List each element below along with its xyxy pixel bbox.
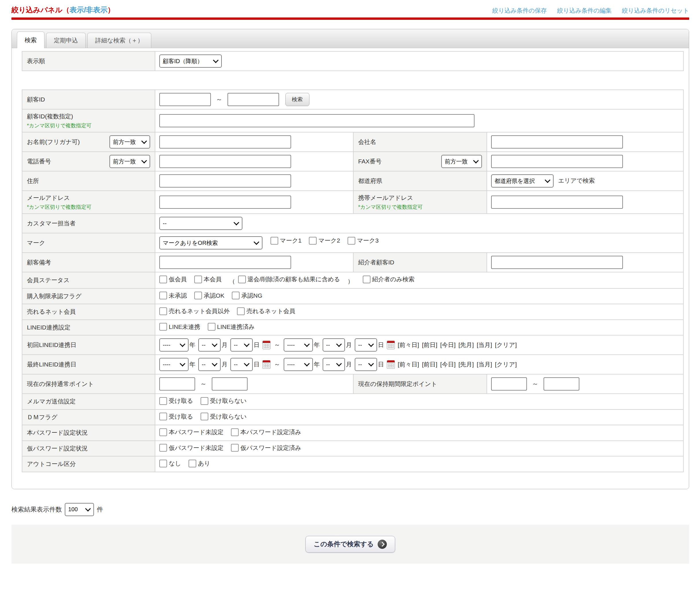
mailmag-receive-checkbox[interactable]: 受け取る bbox=[159, 397, 193, 405]
mark-mode-select[interactable]: マークありをOR検索 bbox=[159, 236, 262, 249]
last-to-day-select[interactable]: -- bbox=[355, 358, 377, 371]
last-to-month-select[interactable]: -- bbox=[323, 358, 345, 371]
first-to-day-select[interactable]: -- bbox=[355, 338, 377, 352]
name-input[interactable] bbox=[159, 135, 291, 148]
fax-input[interactable] bbox=[491, 155, 623, 168]
tab-detail-search[interactable]: 詳細な検索（＋） bbox=[88, 33, 151, 48]
address-input[interactable] bbox=[159, 174, 291, 188]
ureru-member-checkbox[interactable]: 売れるネット会員 bbox=[237, 307, 295, 315]
points-from-input[interactable] bbox=[159, 377, 195, 390]
company-label: 会社名 bbox=[358, 139, 376, 145]
customer-id-multi-input[interactable] bbox=[159, 114, 475, 127]
red-divider bbox=[11, 18, 689, 20]
chevron-down-icon bbox=[85, 506, 91, 511]
fax-match-select[interactable]: 前方一致 bbox=[441, 155, 482, 168]
row-customer-id-multi: 顧客ID(複数指定) *カンマ区切りで複数指定可 bbox=[22, 109, 683, 132]
line-linked-checkbox[interactable]: LINE連携済み bbox=[208, 323, 255, 331]
this-month-link[interactable]: [当月] bbox=[477, 360, 492, 368]
calendar-icon[interactable] bbox=[262, 360, 271, 369]
last-from-month-select[interactable]: -- bbox=[198, 358, 221, 371]
outcall-yes-checkbox[interactable]: あり bbox=[189, 459, 210, 468]
approval-label: 購入制限承認フラグ bbox=[27, 293, 81, 300]
day-before-yesterday-link[interactable]: [前々日] bbox=[398, 360, 419, 368]
clear-link[interactable]: [クリア] bbox=[495, 341, 517, 349]
chevron-down-icon bbox=[336, 361, 342, 366]
prefecture-select[interactable]: 都道府県を選択 bbox=[491, 174, 554, 188]
customer-id-search-button[interactable]: 検索 bbox=[285, 93, 309, 106]
first-from-day-select[interactable]: -- bbox=[230, 338, 253, 352]
reset-filter-link[interactable]: 絞り込み条件のリセット bbox=[622, 7, 689, 14]
last-to-year-select[interactable]: ---- bbox=[284, 358, 313, 371]
full-member-checkbox[interactable]: 本会員 bbox=[194, 275, 222, 283]
calendar-icon[interactable] bbox=[387, 360, 395, 369]
tab-teiki-moushikomi[interactable]: 定期申込 bbox=[46, 33, 86, 48]
unapproved-checkbox[interactable]: 未承認 bbox=[159, 292, 187, 300]
today-link[interactable]: [今日] bbox=[440, 341, 456, 349]
mark3-checkbox[interactable]: マーク3 bbox=[348, 237, 379, 245]
points-to-input[interactable] bbox=[212, 377, 248, 390]
row-line-first-date: 初回LINEID連携日 ----年 --月 --日 ～ ----年 --月 --… bbox=[22, 335, 683, 355]
staff-select[interactable]: -- bbox=[159, 217, 243, 230]
calendar-icon[interactable] bbox=[387, 341, 395, 349]
referrer-only-checkbox[interactable]: 紹介者のみ検索 bbox=[363, 275, 415, 283]
mark1-checkbox[interactable]: マーク1 bbox=[271, 237, 302, 245]
temp-pw-set-checkbox[interactable]: 仮パスワード設定済み bbox=[231, 444, 301, 452]
approval-ok-checkbox[interactable]: 承認OK bbox=[194, 292, 224, 300]
outcall-none-checkbox[interactable]: なし bbox=[159, 459, 181, 468]
dm-receive-checkbox[interactable]: 受け取る bbox=[159, 413, 193, 421]
approval-ng-checkbox[interactable]: 承認NG bbox=[232, 292, 262, 300]
checkbox-icon bbox=[159, 307, 167, 315]
withdrawn-included-checkbox[interactable]: 退会/削除済の顧客も結果に含める bbox=[238, 275, 340, 283]
last-from-year-select[interactable]: ---- bbox=[159, 358, 189, 371]
day-before-yesterday-link[interactable]: [前々日] bbox=[398, 341, 419, 349]
line-unlinked-checkbox[interactable]: LINE未連携 bbox=[159, 323, 200, 331]
mailmag-not-receive-checkbox[interactable]: 受け取らない bbox=[201, 397, 247, 405]
dm-not-receive-checkbox[interactable]: 受け取らない bbox=[201, 413, 247, 421]
last-month-link[interactable]: [先月] bbox=[458, 341, 474, 349]
sort-order-select[interactable]: 顧客ID（降順） bbox=[159, 54, 222, 68]
this-month-link[interactable]: [当月] bbox=[477, 341, 492, 349]
name-label: お名前(フリガナ可) bbox=[27, 138, 80, 146]
customer-id-to-input[interactable] bbox=[227, 93, 279, 106]
edit-filter-link[interactable]: 絞り込み条件の編集 bbox=[557, 7, 611, 14]
clear-link[interactable]: [クリア] bbox=[495, 360, 517, 368]
save-filter-link[interactable]: 絞り込み条件の保存 bbox=[492, 7, 547, 14]
first-from-month-select[interactable]: -- bbox=[198, 338, 221, 352]
last-from-day-select[interactable]: -- bbox=[230, 358, 253, 371]
limited-points-to-input[interactable] bbox=[544, 377, 579, 390]
referrer-id-input[interactable] bbox=[491, 256, 623, 269]
memo-input[interactable] bbox=[159, 256, 291, 269]
yesterday-link[interactable]: [前日] bbox=[422, 341, 438, 349]
limited-points-from-input[interactable] bbox=[491, 377, 527, 390]
last-month-link[interactable]: [先月] bbox=[458, 360, 474, 368]
main-pw-unset-checkbox[interactable]: 本パスワード未設定 bbox=[159, 428, 224, 436]
name-match-select[interactable]: 前方一致 bbox=[109, 135, 150, 148]
chevron-down-icon bbox=[304, 341, 310, 347]
calendar-icon[interactable] bbox=[262, 341, 271, 349]
today-link[interactable]: [今日] bbox=[440, 360, 456, 368]
chevron-down-icon bbox=[141, 138, 147, 144]
customer-id-multi-label: 顧客ID(複数指定) bbox=[27, 113, 150, 120]
show-hide-link[interactable]: 表示/非表示 bbox=[70, 6, 107, 14]
mark2-checkbox[interactable]: マーク2 bbox=[309, 237, 340, 245]
temp-member-checkbox[interactable]: 仮会員 bbox=[159, 275, 187, 283]
email-input[interactable] bbox=[159, 196, 291, 209]
checkbox-icon bbox=[231, 444, 239, 452]
main-pw-set-checkbox[interactable]: 本パスワード設定済み bbox=[231, 428, 301, 436]
company-input[interactable] bbox=[491, 135, 623, 148]
mobile-email-input[interactable] bbox=[491, 196, 623, 209]
search-submit-button[interactable]: この条件で検索する bbox=[305, 536, 395, 553]
tab-bar: 検索 定期申込 詳細な検索（＋） bbox=[12, 29, 689, 48]
results-count-select[interactable]: 100 bbox=[65, 503, 94, 516]
first-to-month-select[interactable]: -- bbox=[323, 338, 345, 352]
checkbox-icon bbox=[237, 307, 245, 315]
tab-search[interactable]: 検索 bbox=[17, 31, 44, 48]
first-from-year-select[interactable]: ---- bbox=[159, 338, 189, 352]
non-ureru-member-checkbox[interactable]: 売れるネット会員以外 bbox=[159, 307, 229, 315]
yesterday-link[interactable]: [前日] bbox=[422, 360, 438, 368]
temp-pw-unset-checkbox[interactable]: 仮パスワード未設定 bbox=[159, 444, 224, 452]
phone-match-select[interactable]: 前方一致 bbox=[109, 155, 150, 168]
customer-id-from-input[interactable] bbox=[159, 93, 211, 106]
first-to-year-select[interactable]: ---- bbox=[284, 338, 313, 352]
phone-input[interactable] bbox=[159, 155, 291, 168]
